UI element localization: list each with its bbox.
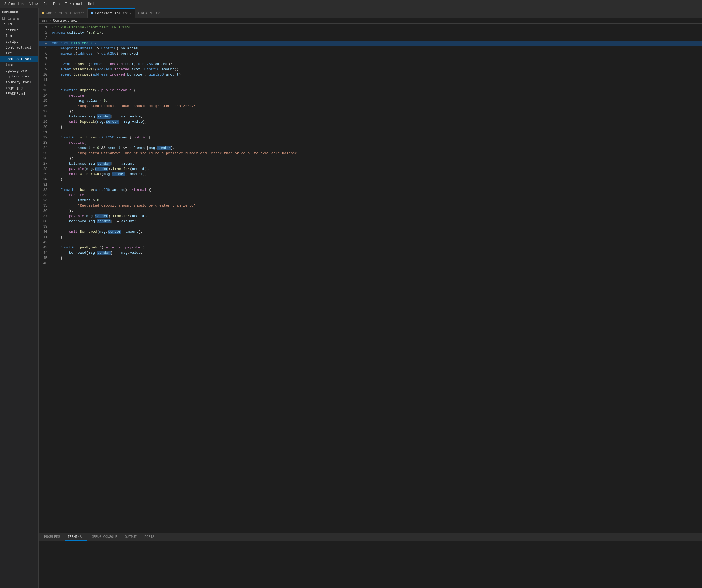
breadcrumb-sep: › <box>49 19 51 23</box>
code-line-7: 7 <box>38 56 702 62</box>
tab-readme-icon: ℹ <box>138 11 139 15</box>
code-line-18: 18 balances[msg.sender] += msg.value; <box>38 114 702 119</box>
sidebar-toolbar: 🗋 🗀 ↻ ⊟ <box>0 16 38 21</box>
tab-sublabel-script: script <box>73 12 84 15</box>
menu-help[interactable]: Help <box>86 1 99 7</box>
tab-label-contract-script: Contract.sol <box>46 11 72 15</box>
sidebar-title: EXPLORER <box>2 10 18 14</box>
sidebar-item-src[interactable]: src <box>0 50 38 56</box>
sidebar-item-logo[interactable]: logo.jpg <box>0 85 38 91</box>
tab-ports[interactable]: PORTS <box>141 534 158 541</box>
code-line-44: 44 borrowed[msg.sender] -= msg.value; <box>38 250 702 255</box>
code-line-10: 10 event Borrowed(address indexed borrow… <box>38 72 702 77</box>
code-line-28: 28 payable(msg.sender).transfer(amount); <box>38 166 702 171</box>
main-area: EXPLORER ··· 🗋 🗀 ↻ ⊟ ALIN... github lib … <box>0 8 702 588</box>
code-line-16: 16 "Requested deposit amount should be g… <box>38 103 702 109</box>
code-line-29: 29 emit Withdrawal(msg.sender, amount); <box>38 171 702 177</box>
code-line-4: 4 contract SimpleBank { <box>38 40 702 46</box>
code-line-5: 5 mapping(address => uint256) balances; <box>38 46 702 51</box>
code-line-14: 14 require( <box>38 93 702 98</box>
tab-terminal[interactable]: TERMINAL <box>65 534 87 541</box>
tab-output[interactable]: OUTPUT <box>122 534 140 541</box>
sidebar-item-contract-script[interactable]: Contract.sol <box>0 45 38 50</box>
tab-debug-console[interactable]: DEBUG CONSOLE <box>88 534 120 541</box>
code-editor[interactable]: 1 // SPDX-License-Identifier: UNLICENSED… <box>38 24 702 533</box>
new-file-icon[interactable]: 🗋 <box>2 16 5 21</box>
code-line-17: 17 ); <box>38 109 702 114</box>
code-line-46: 46 } <box>38 261 702 266</box>
tab-close-button[interactable]: ✕ <box>130 12 131 15</box>
tab-readme[interactable]: ℹ README.md <box>135 8 164 18</box>
code-line-42: 42 <box>38 240 702 245</box>
menu-go[interactable]: Go <box>41 1 50 7</box>
sidebar-item-test[interactable]: test <box>0 62 38 68</box>
tab-dot-yellow <box>42 12 44 14</box>
tab-sublabel-src: src <box>122 12 128 15</box>
code-line-41: 41 } <box>38 234 702 240</box>
menu-run[interactable]: Run <box>51 1 62 7</box>
code-line-27: 27 balances[msg.sender] -= amount; <box>38 161 702 166</box>
code-line-39: 39 <box>38 224 702 229</box>
sidebar-item-lib[interactable]: lib <box>0 33 38 39</box>
code-line-20: 20 } <box>38 124 702 130</box>
code-line-9: 9 event Withdrawal(address indexed from,… <box>38 67 702 72</box>
sidebar-item-readme[interactable]: README.md <box>0 91 38 97</box>
code-line-43: 43 function payMyDebt() external payable… <box>38 245 702 250</box>
code-line-31: 31 <box>38 182 702 187</box>
tab-dot-blue <box>91 12 93 14</box>
tab-label-readme: README.md <box>141 11 160 15</box>
refresh-icon[interactable]: ↻ <box>13 16 15 21</box>
code-line-1: 1 // SPDX-License-Identifier: UNLICENSED <box>38 25 702 30</box>
code-line-23: 23 require( <box>38 140 702 145</box>
code-line-11: 11 <box>38 77 702 83</box>
code-line-15: 15 msg.value > 0, <box>38 98 702 103</box>
code-line-40: 40 emit Borrowed(msg.sender, amount); <box>38 229 702 234</box>
sidebar-item-script[interactable]: script <box>0 39 38 45</box>
tab-label-contract-src: Contract.sol <box>95 11 121 15</box>
code-line-26: 26 ); <box>38 156 702 161</box>
breadcrumb-src[interactable]: src <box>42 19 48 23</box>
code-line-21: 21 <box>38 130 702 135</box>
code-line-24: 24 amount > 0 && amount <= balances[msg.… <box>38 145 702 150</box>
sidebar-item-alin[interactable]: ALIN... <box>0 21 38 27</box>
code-line-34: 34 amount > 0, <box>38 198 702 203</box>
more-icon[interactable]: ··· <box>29 10 36 14</box>
code-line-3: 3 <box>38 35 702 40</box>
menu-terminal[interactable]: Terminal <box>63 1 84 7</box>
menu-selection[interactable]: Selection <box>2 1 26 7</box>
sidebar-item-foundry-toml[interactable]: foundry.toml <box>0 80 38 85</box>
code-line-30: 30 } <box>38 177 702 182</box>
code-line-8: 8 event Deposit(address indexed from, ui… <box>38 62 702 67</box>
code-line-37: 37 payable(msg.sender).transfer(amount); <box>38 214 702 219</box>
code-line-35: 35 "Requested deposit amount should be g… <box>38 203 702 208</box>
tab-bar: Contract.sol script Contract.sol src ✕ ℹ… <box>38 8 702 18</box>
sidebar-item-github[interactable]: github <box>0 27 38 33</box>
collapse-icon[interactable]: ⊟ <box>16 16 19 21</box>
code-line-13: 13 function deposit() public payable { <box>38 88 702 93</box>
code-line-36: 36 ); <box>38 208 702 214</box>
tab-contract-script[interactable]: Contract.sol script <box>38 8 88 18</box>
breadcrumb-contract[interactable]: Contract.sol <box>53 19 77 23</box>
sidebar-item-gitmodules[interactable]: .gitmodules <box>0 74 38 80</box>
code-line-12: 12 <box>38 83 702 88</box>
terminal-content[interactable] <box>38 542 702 588</box>
tab-contract-src[interactable]: Contract.sol src ✕ <box>88 8 135 18</box>
code-line-33: 33 require( <box>38 193 702 198</box>
bottom-panel: PROBLEMS TERMINAL DEBUG CONSOLE OUTPUT P… <box>38 533 702 588</box>
new-folder-icon[interactable]: 🗀 <box>7 16 11 21</box>
bottom-tab-bar: PROBLEMS TERMINAL DEBUG CONSOLE OUTPUT P… <box>38 533 702 542</box>
sidebar-header: EXPLORER ··· <box>0 8 38 16</box>
code-line-19: 19 emit Deposit(msg.sender, msg.value); <box>38 119 702 124</box>
tab-problems[interactable]: PROBLEMS <box>41 534 64 541</box>
code-line-6: 6 mapping(address => uint256) borrowed; <box>38 51 702 56</box>
code-line-2: 2 pragma solidity ^0.8.17; <box>38 30 702 35</box>
sidebar-item-contract-src[interactable]: Contract.sol <box>0 56 38 62</box>
code-line-45: 45 } <box>38 255 702 261</box>
code-line-25: 25 "Requested withdrawal amount should b… <box>38 150 702 156</box>
code-line-22: 22 function withdraw(uint256 amount) pub… <box>38 135 702 140</box>
sidebar-header-icons: ··· <box>29 10 36 14</box>
menu-view[interactable]: View <box>27 1 40 7</box>
code-line-38: 38 borrowed[msg.sender] += amount; <box>38 219 702 224</box>
sidebar-item-gitignore[interactable]: .gitignore <box>0 68 38 74</box>
menubar: Selection View Go Run Terminal Help <box>0 0 702 8</box>
